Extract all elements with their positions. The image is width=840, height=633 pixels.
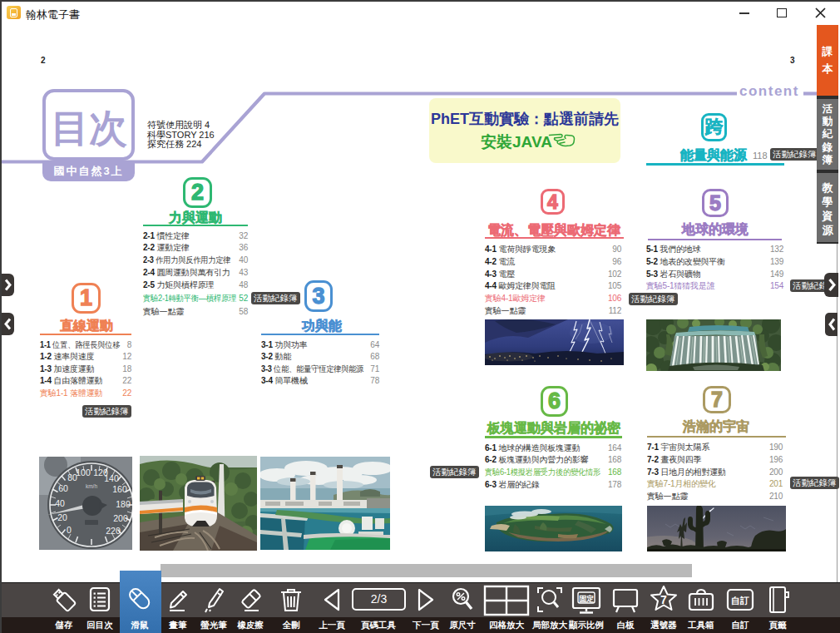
svg-text:自訂: 自訂 — [731, 596, 749, 606]
svg-text:7: 7 — [660, 593, 667, 606]
svg-text:固定: 固定 — [579, 595, 594, 603]
